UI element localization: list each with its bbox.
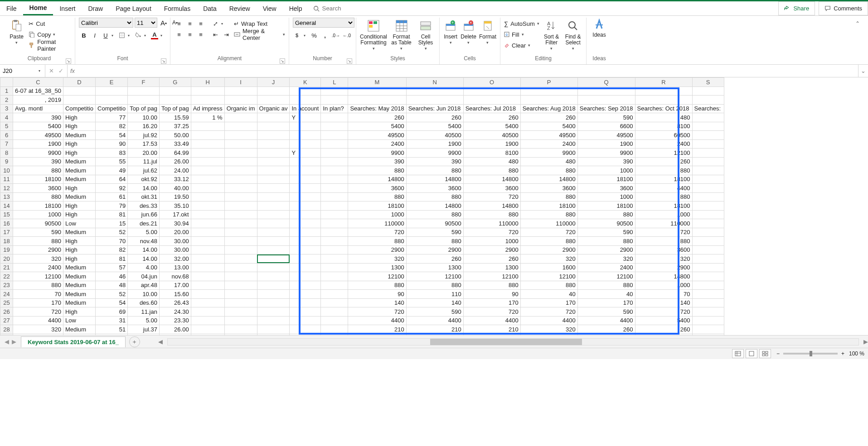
cell-M14[interactable]: 18100 [348,201,406,211]
cell-C19[interactable]: 2900 [13,245,63,254]
cell-R23[interactable]: 1000 [635,281,692,290]
cell-R9[interactable]: 260 [635,157,692,166]
cell-F12[interactable]: 14.00 [128,184,160,193]
cell-G9[interactable]: 26.00 [159,157,191,166]
cell-I16[interactable] [224,219,257,228]
col-header-S[interactable]: S [692,78,724,87]
cell-S24[interactable] [692,290,724,299]
cell-J17[interactable] [257,228,290,237]
cell-G18[interactable]: 30.00 [159,237,191,246]
cell-P1[interactable] [520,86,577,96]
row-header-3[interactable]: 3 [0,104,13,113]
cell-S12[interactable] [692,184,724,193]
cell-D2[interactable] [63,96,95,105]
row-header-26[interactable]: 26 [0,307,13,317]
cell-H8[interactable] [191,149,224,158]
row-header-10[interactable]: 10 [0,166,13,175]
cell-P10[interactable]: 880 [520,166,577,175]
cell-J21[interactable] [257,263,290,272]
cell-K22[interactable] [290,272,321,281]
cell-P29[interactable]: 320 [520,334,577,336]
cell-Q20[interactable]: 320 [577,254,635,264]
cell-S11[interactable] [692,175,724,184]
cell-M16[interactable]: 110000 [348,219,406,228]
cell-N14[interactable]: 14800 [406,201,463,211]
menu-tab-view[interactable]: View [257,1,283,15]
cell-D21[interactable]: Medium [63,263,95,272]
cut-button[interactable]: ✂Cut [29,19,71,29]
cell-I7[interactable] [224,139,257,149]
cell-P7[interactable]: 2400 [520,139,577,149]
increase-font-button[interactable]: A▴ [159,18,169,28]
menu-tab-review[interactable]: Review [223,1,257,15]
cell-O15[interactable]: 880 [463,210,520,219]
cell-O7[interactable]: 1900 [463,139,520,149]
cell-Q4[interactable]: 590 [577,113,635,122]
clipboard-launcher[interactable]: ↘ [66,58,71,64]
menu-tab-formulas[interactable]: Formulas [158,1,197,15]
cell-O13[interactable]: 720 [463,192,520,201]
cell-I20[interactable] [224,254,257,264]
cell-L17[interactable] [321,228,348,237]
row-header-16[interactable]: 16 [0,219,13,228]
cell-O27[interactable]: 4400 [463,316,520,325]
cell-F21[interactable]: 4.00 [128,263,160,272]
cell-F15[interactable]: jun.66 [128,210,160,219]
cell-L3[interactable]: In plan? [321,104,348,113]
cell-E6[interactable]: 54 [96,131,128,140]
cell-H28[interactable] [191,325,224,334]
cell-O29[interactable]: 320 [463,334,520,336]
cell-N21[interactable]: 1300 [406,263,463,272]
cell-P27[interactable]: 4400 [520,316,577,325]
col-header-F[interactable]: F [128,78,160,87]
col-header-J[interactable]: J [257,78,290,87]
cell-F14[interactable]: des.33 [128,201,160,211]
cell-M25[interactable]: 140 [348,298,406,307]
cell-D26[interactable]: High [63,307,95,317]
cell-S2[interactable] [692,96,724,105]
cell-J20[interactable] [257,254,290,264]
cell-H20[interactable] [191,254,224,264]
cell-D28[interactable]: Medium [63,325,95,334]
cell-L2[interactable] [321,96,348,105]
cell-S4[interactable] [692,113,724,122]
col-header-K[interactable]: K [290,78,321,87]
cell-S22[interactable] [692,272,724,281]
cell-D22[interactable]: Medium [63,272,95,281]
cell-R5[interactable]: 8100 [635,122,692,131]
cell-E27[interactable]: 31 [96,316,128,325]
conditional-formatting-button[interactable]: Conditional Formatting▾ [360,18,387,51]
cell-S7[interactable] [692,139,724,149]
cell-F4[interactable]: 10.00 [128,113,160,122]
cell-I14[interactable] [224,201,257,211]
horizontal-scrollbar[interactable] [167,338,859,345]
cell-R27[interactable]: 5400 [635,316,692,325]
cell-C21[interactable]: 2400 [13,263,63,272]
cell-Q18[interactable]: 880 [577,237,635,246]
cell-C18[interactable]: 880 [13,237,63,246]
cell-G11[interactable]: 33.12 [159,175,191,184]
cell-P11[interactable]: 14800 [520,175,577,184]
cell-L28[interactable] [321,325,348,334]
cell-G2[interactable] [159,96,191,105]
col-header-O[interactable]: O [463,78,520,87]
cell-L22[interactable] [321,272,348,281]
cell-P19[interactable]: 2900 [520,245,577,254]
font-launcher[interactable]: ↘ [161,58,166,64]
cell-R17[interactable]: 720 [635,228,692,237]
cell-M28[interactable]: 210 [348,325,406,334]
cell-M19[interactable]: 2900 [348,245,406,254]
cell-S17[interactable] [692,228,724,237]
cell-O10[interactable]: 880 [463,166,520,175]
cell-C2[interactable]: , 2019 [13,96,63,105]
cell-M8[interactable]: 9900 [348,149,406,158]
cell-K13[interactable] [290,192,321,201]
cell-K23[interactable] [290,281,321,290]
cell-C10[interactable]: 880 [13,166,63,175]
cell-I3[interactable]: Organic im [224,104,257,113]
decrease-decimal-button[interactable]: ←.0 [342,30,352,40]
cell-R3[interactable]: Searches: Oct 2018 [635,104,692,113]
name-box-input[interactable] [3,67,34,74]
cell-H13[interactable] [191,192,224,201]
new-sheet-button[interactable]: ＋ [129,336,140,347]
